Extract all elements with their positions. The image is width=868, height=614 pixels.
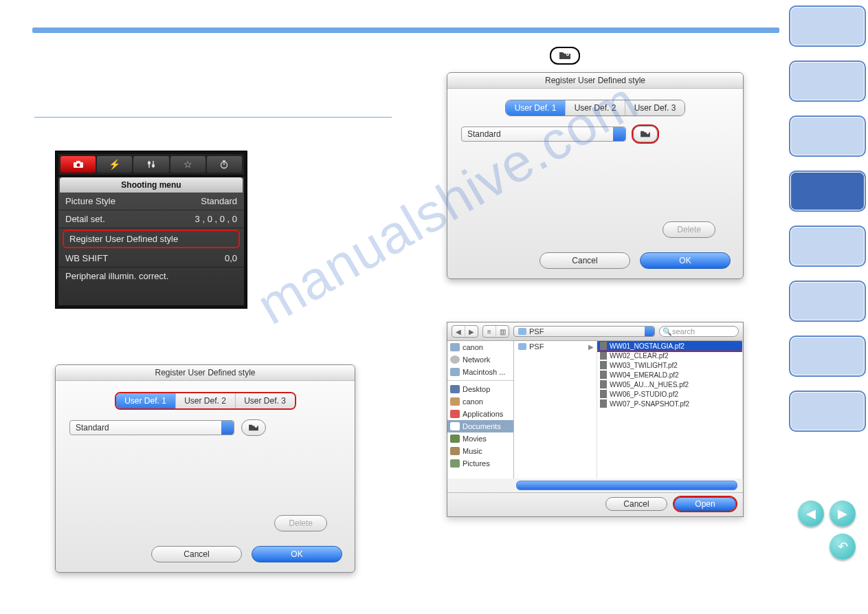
svg-point-9 [647,132,649,134]
sidebar-item-network[interactable]: Network [447,353,513,366]
load-file-button[interactable] [241,419,266,436]
shooting-menu-title: Shooting menu [60,177,243,193]
folder-item-psf[interactable]: PSF ▶ [514,341,597,352]
style-dropdown[interactable]: Standard ▲▼ [69,420,234,435]
chapter-tab-7[interactable] [789,336,866,377]
dropdown-value: Standard [467,129,501,139]
header-bar [32,28,779,33]
chapter-tab-6[interactable] [789,281,866,322]
register-dialog-right: Register User Defined style User Def. 1 … [447,72,744,279]
desktop-icon [450,385,460,393]
file-item[interactable]: WW06_P-STUDIO.pf2 [597,389,742,399]
tab-user-def-1[interactable]: User Def. 1 [506,100,566,116]
svg-point-8 [255,426,257,428]
tab-user-def-3[interactable]: User Def. 3 [625,100,685,116]
sidebar: canon Network Macintosh ... Desktop cano… [447,341,514,479]
column-view-icon[interactable]: ▥ [496,326,509,337]
chapter-tab-1[interactable] [789,6,866,47]
view-switch: ≡ ▥ [482,325,509,338]
dialog-title: Register User Defined style [56,365,355,381]
page-nav: ◀ ▶ [798,501,856,527]
file-icon [600,351,607,360]
svg-point-4 [76,164,80,167]
sidebar-item-documents[interactable]: Documents [447,420,513,432]
sidebar-item-movies[interactable]: Movies [447,432,513,445]
search-icon: 🔍 [663,327,672,336]
chapter-tab-5[interactable] [789,226,866,267]
pictures-icon [450,459,460,468]
applications-icon [450,410,460,418]
file-item[interactable]: WW02_CLEAR.pf2 [597,351,742,360]
sliders-icon[interactable] [133,156,168,173]
ok-button[interactable]: OK [640,252,731,269]
sidebar-item-music[interactable]: Music [447,445,513,457]
svg-point-6 [153,165,155,167]
sidebar-item-pictures[interactable]: Pictures [447,457,513,470]
dialog-title: Register User Defined style [447,73,743,89]
sidebar-item-applications[interactable]: Applications [447,408,513,420]
register-dialog-left: Register User Defined style User Def. 1 … [55,364,355,573]
menu-row-register-style[interactable]: Register User Defined style [63,230,240,248]
list-view-icon[interactable]: ≡ [483,326,496,337]
sidebar-item-canon[interactable]: canon [447,341,513,353]
folder-button-callout [550,47,580,65]
file-item[interactable]: WW05_AU...N_HUES.pf2 [597,380,742,389]
file-item[interactable]: WW01_NOSTALGIA.pf2 [597,341,742,351]
chapter-tab-8[interactable] [789,391,866,432]
updown-icon: ▲▼ [225,422,231,433]
camera-icon[interactable] [60,156,96,173]
sidebar-item-desktop[interactable]: Desktop [447,383,513,395]
delete-button[interactable]: Delete [274,515,327,531]
sidebar-item-macintosh[interactable]: Macintosh ... [447,366,513,378]
file-item[interactable]: WW07_P-SNAPSHOT.pf2 [597,399,742,408]
prev-page-button[interactable]: ◀ [798,501,824,527]
path-label: PSF [529,327,544,336]
tab-user-def-2[interactable]: User Def. 2 [566,100,625,116]
home-icon [450,397,460,406]
file-icon [600,361,607,369]
chapter-tab-2[interactable] [789,61,866,102]
delete-button[interactable]: Delete [663,221,715,238]
tab-user-def-2[interactable]: User Def. 2 [176,393,236,408]
file-icon [600,371,607,379]
tab-user-def-3[interactable]: User Def. 3 [236,393,295,408]
section-underline [34,117,392,118]
file-toolbar: ◀ ▶ ≡ ▥ PSF 🔍 search [447,322,743,341]
column-files: WW01_NOSTALGIA.pf2 WW02_CLEAR.pf2 WW03_T… [597,341,743,479]
cancel-button[interactable]: Cancel [151,546,242,562]
cancel-button[interactable]: Cancel [605,497,667,511]
cancel-button[interactable]: Cancel [539,252,630,269]
forward-button[interactable]: ▶ [465,326,478,337]
file-item[interactable]: WW03_TWILIGHT.pf2 [597,360,742,370]
tab-user-def-1[interactable]: User Def. 1 [116,393,176,408]
menu-label: Picture Style [65,196,115,206]
chapter-tab-4[interactable] [789,171,866,212]
menu-row-picture-style[interactable]: Picture Style Standard [58,193,244,210]
flash-icon[interactable]: ⚡ [97,156,132,173]
return-button[interactable]: ↶ [830,534,856,560]
horizontal-scrollbar[interactable] [516,481,737,490]
timer-icon[interactable] [207,156,242,173]
file-item[interactable]: WW04_EMERALD.pf2 [597,370,742,380]
column-1: PSF ▶ [514,341,597,479]
sidebar-item-home[interactable]: canon [447,395,513,408]
svg-point-1 [567,54,568,55]
menu-row-wb-shift[interactable]: WB SHIFT 0,0 [58,250,244,267]
chapter-tab-3[interactable] [789,116,866,157]
menu-row-detail-set[interactable]: Detail set. 3 , 0 , 0 , 0 [58,210,244,228]
search-field[interactable]: 🔍 search [659,326,739,337]
load-file-button[interactable] [633,126,658,142]
drive-icon [450,368,460,376]
drive-icon [450,343,460,351]
menu-row-peripheral[interactable]: Peripheral illumin. correct. [58,267,244,285]
path-popup[interactable]: PSF [513,326,655,337]
open-button[interactable]: Open [674,497,736,511]
updown-icon: ▲▼ [616,129,623,140]
star-icon[interactable]: ☆ [170,156,205,173]
file-icon [600,342,607,350]
back-button[interactable]: ◀ [452,326,465,337]
camera-shooting-menu: ⚡ ☆ Shooting menu Picture Style Standard… [55,151,247,309]
style-dropdown[interactable]: Standard ▲▼ [461,127,626,142]
ok-button[interactable]: OK [252,546,342,562]
next-page-button[interactable]: ▶ [830,501,856,527]
